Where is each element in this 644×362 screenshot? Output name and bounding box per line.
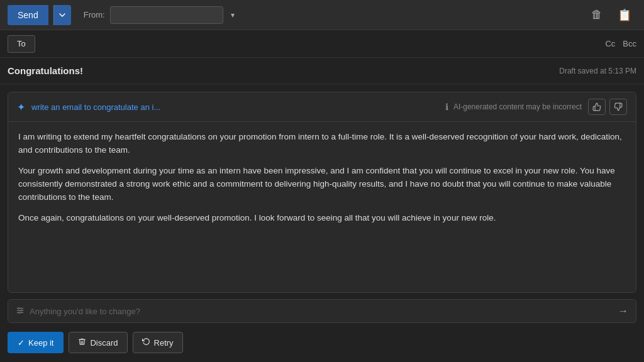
info-icon[interactable]: ℹ [445, 102, 448, 112]
retry-button[interactable]: Retry [133, 332, 183, 353]
discard-button[interactable]: Discard [69, 332, 127, 353]
thumbs-down-button[interactable] [609, 99, 627, 115]
filter-icon [16, 306, 25, 315]
check-icon: ✓ [18, 338, 25, 348]
ai-paragraph-3: Once again, congratulations on your well… [18, 212, 626, 225]
bcc-button[interactable]: Bcc [623, 39, 636, 48]
chevron-down-icon [59, 13, 65, 17]
action-buttons: ✓ Keep it Discard Retry [8, 329, 636, 354]
from-dropdown-icon[interactable]: ▾ [231, 11, 235, 19]
discard-trash-icon [78, 337, 86, 348]
ai-prompt-label: write an email to congratulate an i... [31, 102, 439, 112]
content-area: ✦ write an email to congratulate an i...… [0, 84, 644, 362]
from-label: From: [84, 10, 105, 19]
ai-disclaimer: AI-generated content may be incorrect [453, 102, 582, 111]
change-bar: → [8, 299, 636, 323]
thumbs-up-icon [592, 102, 601, 111]
svg-point-4 [21, 309, 22, 310]
to-row: To Cc Bcc [0, 30, 644, 58]
ai-paragraph-2: Your growth and development during your … [18, 165, 626, 204]
to-button[interactable]: To [8, 35, 35, 53]
ai-panel: ✦ write an email to congratulate an i...… [8, 92, 636, 293]
subject-row: Congratulations! Draft saved at 5:13 PM [0, 58, 644, 84]
sliders-icon [16, 306, 25, 317]
send-button[interactable]: Send [8, 5, 48, 25]
discard-label: Discard [90, 338, 118, 348]
ai-paragraph-1: I am writing to extend my heartfelt cong… [18, 131, 626, 157]
cc-button[interactable]: Cc [605, 39, 615, 48]
retry-icon [142, 337, 150, 348]
svg-point-5 [19, 312, 20, 313]
thumbs-down-icon [614, 102, 623, 111]
ai-info: ℹ AI-generated content may be incorrect [445, 102, 582, 112]
svg-point-3 [18, 307, 19, 309]
ai-body: I am writing to extend my heartfelt cong… [8, 122, 636, 292]
change-input[interactable] [30, 307, 613, 316]
ai-feedback-buttons [588, 99, 627, 115]
from-input[interactable] [110, 6, 223, 24]
send-arrow-icon[interactable]: → [618, 305, 628, 317]
template-icon[interactable]: 📋 [613, 6, 636, 25]
ai-header: ✦ write an email to congratulate an i...… [8, 92, 636, 122]
retry-label: Retry [154, 338, 174, 348]
delete-icon[interactable]: 🗑 [586, 6, 608, 24]
toolbar: Send From: ▾ 🗑 📋 [0, 0, 644, 30]
cc-bcc-container: Cc Bcc [605, 39, 636, 48]
send-dropdown-button[interactable] [53, 5, 71, 25]
thumbs-up-button[interactable] [588, 99, 606, 115]
ai-sparkle-icon: ✦ [17, 101, 25, 113]
subject-text: Congratulations! [8, 65, 559, 76]
draft-status: Draft saved at 5:13 PM [559, 67, 636, 75]
keep-it-label: Keep it [28, 338, 53, 348]
keep-it-button[interactable]: ✓ Keep it [8, 332, 64, 353]
